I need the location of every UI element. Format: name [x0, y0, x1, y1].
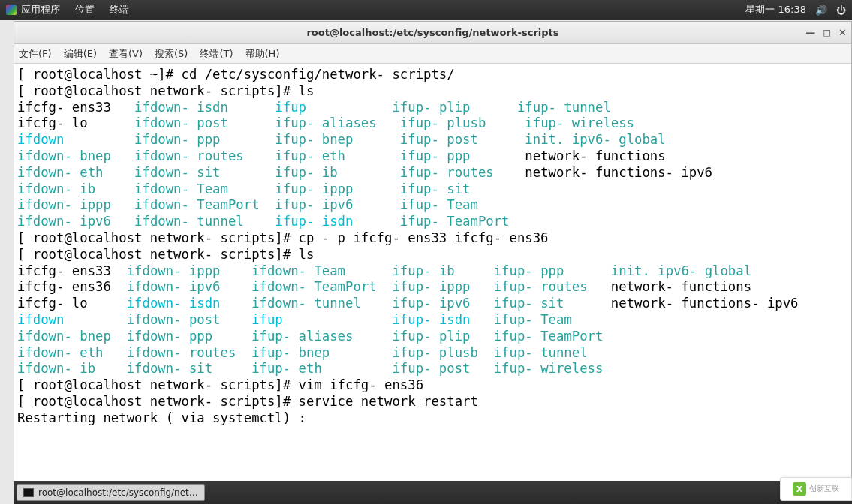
- ls1-r0c0: ifcfg- ens33: [17, 100, 111, 115]
- ls2-r4c3: ifup- plip: [392, 328, 470, 344]
- top-panel: 应用程序 位置 终端 星期一 16:38 🔊 ⏻: [0, 0, 852, 20]
- ls1-r1c3: ifup- plusb: [400, 116, 486, 130]
- ls1-r7c3: ifup- TeamPort: [400, 214, 510, 229]
- ls2-r0c3: ifup- ib: [392, 263, 454, 278]
- cmd-ls: ls: [299, 83, 315, 98]
- ls2-r3c3: ifup- isdn: [392, 312, 470, 327]
- menu-places[interactable]: 位置: [75, 3, 95, 16]
- ls1-r6c0: ifdown- ippp: [17, 197, 111, 212]
- ls2-r5c1: ifdown- routes: [127, 345, 236, 360]
- menu-applications[interactable]: 应用程序: [21, 3, 60, 16]
- ls1-r0c2: ifup: [275, 100, 306, 115]
- ls1-r4c1: ifdown- sit: [134, 165, 220, 180]
- ls1-r6c3: ifup- Team: [400, 197, 478, 212]
- menu-view[interactable]: 查看(V): [109, 47, 143, 61]
- ls1-r2c0: ifdown: [17, 132, 64, 147]
- ls2-r2c1: ifdown- isdn: [127, 296, 221, 310]
- ls2-r5c2: ifup- bnep: [251, 345, 330, 360]
- ls1-r2c3: ifup- post: [400, 132, 478, 147]
- ls2-r0c2: ifdown- Team: [251, 263, 345, 278]
- ls1-r5c2: ifup- ippp: [275, 182, 353, 196]
- cmd-ls2: ls: [299, 247, 315, 262]
- menubar: 文件(F) 编辑(E) 查看(V) 搜索(S) 终端(T) 帮助(H): [14, 44, 851, 64]
- prompt: [ root@localhost network- scripts]#: [17, 230, 299, 245]
- ls2-r0c4: ifup- ppp: [494, 263, 564, 278]
- ls1-r6c1: ifdown- TeamPort: [134, 197, 259, 212]
- volume-icon[interactable]: 🔊: [815, 4, 827, 16]
- ls2-r6c3: ifup- post: [392, 361, 470, 376]
- maximize-button[interactable]: ◻: [823, 27, 831, 38]
- prompt: [ root@localhost network- scripts]#: [17, 394, 299, 409]
- ls2-r2c2: ifdown- tunnel: [251, 296, 361, 310]
- ls2-r1c1: ifdown- ipv6: [127, 279, 221, 294]
- ls2-r6c1: ifdown- sit: [127, 361, 212, 376]
- ls2-r2c4: ifup- sit: [494, 296, 564, 310]
- ls2-r0c0: ifcfg- ens33: [17, 263, 111, 278]
- system-tray: 星期一 16:38 🔊 ⏻: [745, 3, 846, 16]
- ls1-r0c3: ifup- plip: [392, 100, 470, 115]
- ls2-r3c1: ifdown- post: [127, 312, 221, 327]
- ls2-r0c1: ifdown- ippp: [127, 263, 221, 278]
- ls2-r5c4: ifup- tunnel: [494, 345, 588, 360]
- ls1-r2c2: ifup- bnep: [275, 132, 353, 147]
- ls1-r0c1: ifdown- isdn: [134, 100, 228, 115]
- ls1-r1c4: ifup- wireless: [525, 116, 634, 130]
- menu-terminal-app[interactable]: 终端: [110, 3, 129, 16]
- ls2-r4c2: ifup- aliases: [251, 328, 353, 344]
- window-title: root@localhost:/etc/sysconfig/network-sc…: [306, 27, 558, 38]
- ls1-r3c2: ifup- eth: [275, 148, 345, 164]
- ls2-r1c4: ifup- routes: [494, 279, 588, 294]
- ls1-r5c3: ifup- sit: [400, 182, 471, 196]
- menu-terminal[interactable]: 终端(T): [200, 47, 233, 61]
- prompt: [ root@localhost network- scripts]#: [17, 247, 299, 262]
- activities-icon[interactable]: [6, 4, 17, 15]
- terminal-window: root@localhost:/etc/sysconfig/network-sc…: [14, 21, 852, 482]
- clock[interactable]: 星期一 16:38: [745, 3, 806, 16]
- minimize-button[interactable]: —: [805, 27, 815, 38]
- ls2-r3c0: ifdown: [17, 312, 64, 327]
- ls1-r6c2: ifup- ipv6: [275, 197, 353, 212]
- ls1-r7c1: ifdown- tunnel: [134, 214, 244, 229]
- taskbar: root@localhost:/etc/sysconfig/net…: [14, 482, 852, 504]
- ls2-r2c5: network- functions- ipv6: [611, 296, 799, 310]
- watermark-text: 创新互联: [809, 484, 839, 494]
- window-titlebar[interactable]: root@localhost:/etc/sysconfig/network-sc…: [14, 22, 851, 44]
- cmd-cp: cp - p ifcfg- ens33 ifcfg- ens36: [299, 230, 549, 245]
- ls1-r0c4: ifup- tunnel: [517, 100, 611, 115]
- menu-help[interactable]: 帮助(H): [245, 47, 280, 61]
- ls1-r7c2: ifup- isdn: [275, 214, 353, 229]
- watermark: X 创新互联: [780, 477, 852, 501]
- taskbar-item-label: root@localhost:/etc/sysconfig/net…: [38, 488, 198, 498]
- ls2-r4c1: ifdown- ppp: [127, 328, 212, 344]
- prompt: [ root@localhost network- scripts]#: [17, 83, 299, 98]
- close-button[interactable]: ✕: [838, 27, 847, 38]
- menu-edit[interactable]: 编辑(E): [64, 47, 97, 61]
- ls2-r6c2: ifup- eth: [251, 361, 322, 376]
- cmd-vim: vim ifcfg- ens36: [299, 377, 423, 392]
- ls1-r2c4: init. ipv6- global: [525, 132, 665, 147]
- power-icon[interactable]: ⏻: [836, 4, 846, 16]
- ls2-r3c2: ifup: [251, 312, 283, 327]
- ls1-r5c1: ifdown- Team: [134, 182, 228, 196]
- ls1-r4c4: network- functions- ipv6: [525, 165, 712, 180]
- ls2-r4c0: ifdown- bnep: [17, 328, 111, 344]
- cmd-service: service network restart: [299, 394, 478, 409]
- ls2-r1c0: ifcfg- ens36: [17, 279, 111, 294]
- ls1-r3c1: ifdown- routes: [134, 148, 244, 164]
- prompt: [ root@localhost network- scripts]#: [17, 377, 299, 392]
- taskbar-item-terminal[interactable]: root@localhost:/etc/sysconfig/net…: [17, 484, 205, 501]
- ls2-r1c3: ifup- ippp: [392, 279, 470, 294]
- ls1-r3c0: ifdown- bnep: [17, 148, 111, 164]
- ls1-r1c0: ifcfg- lo: [17, 116, 88, 130]
- ls1-r4c2: ifup- ib: [275, 165, 337, 180]
- restarting-line: Restarting network ( via systemctl) :: [17, 410, 306, 425]
- terminal-output[interactable]: [ root@localhost ~]# cd /etc/sysconfig/n…: [14, 64, 851, 481]
- ls1-r7c0: ifdown- ipv6: [17, 214, 111, 229]
- ls1-r5c0: ifdown- ib: [17, 182, 95, 196]
- ls2-r6c0: ifdown- ib: [17, 361, 95, 376]
- ls2-r3c4: ifup- Team: [494, 312, 572, 327]
- ls1-r4c3: ifup- routes: [400, 165, 494, 180]
- menu-file[interactable]: 文件(F): [19, 47, 52, 61]
- ls2-r5c0: ifdown- eth: [17, 345, 103, 360]
- menu-search[interactable]: 搜索(S): [155, 47, 188, 61]
